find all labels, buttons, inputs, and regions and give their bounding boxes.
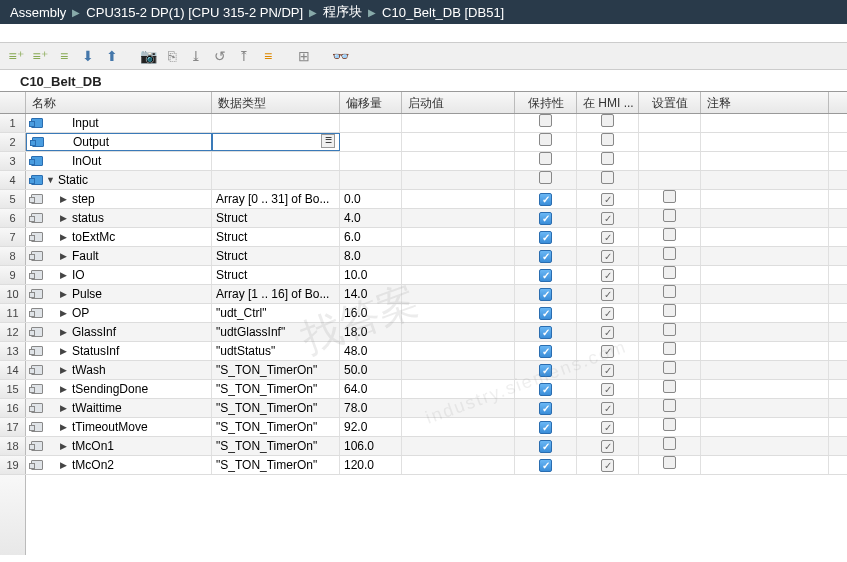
cell-setval[interactable] [639,266,701,284]
cell-start[interactable] [402,209,515,227]
checkbox[interactable] [601,250,614,263]
cell-retain[interactable] [515,209,577,227]
cell-retain[interactable] [515,133,577,151]
cell-setval[interactable] [639,209,701,227]
cell-comment[interactable] [701,266,829,284]
cell-hmi[interactable] [577,323,639,341]
cell-start[interactable] [402,456,515,474]
cell-hmi[interactable] [577,266,639,284]
col-setval[interactable]: 设置值 [639,92,701,113]
cell-hmi[interactable] [577,171,639,189]
cell-setval[interactable] [639,228,701,246]
cell-start[interactable] [402,266,515,284]
table-row[interactable]: 3InOut [0,152,847,171]
cell-type[interactable]: Struct [212,247,340,265]
col-offset[interactable]: 偏移量 [340,92,402,113]
row-number[interactable]: 14 [0,361,26,379]
dropdown-icon[interactable]: ☰ [321,134,335,148]
table-row[interactable]: 7▶toExtMcStruct6.0 [0,228,847,247]
cell-comment[interactable] [701,171,829,189]
cell-name[interactable]: ▶OP [26,304,212,322]
cell-hmi[interactable] [577,247,639,265]
cell-type[interactable]: Struct [212,228,340,246]
checkbox[interactable] [539,440,552,453]
row-number[interactable]: 9 [0,266,26,284]
checkbox[interactable] [601,269,614,282]
expand-icon[interactable]: ⊞ [294,46,314,66]
checkbox[interactable] [539,364,552,377]
checkbox[interactable] [601,459,614,472]
checkbox[interactable] [663,418,676,431]
expand-icon[interactable]: ▶ [60,228,70,246]
cell-comment[interactable] [701,418,829,436]
row-number[interactable]: 17 [0,418,26,436]
cell-start[interactable] [402,323,515,341]
expand-icon[interactable]: ▶ [60,247,70,265]
cell-comment[interactable] [701,342,829,360]
cell-hmi[interactable] [577,209,639,227]
cell-start[interactable] [402,361,515,379]
cell-retain[interactable] [515,304,577,322]
checkbox[interactable] [539,152,552,165]
checkbox[interactable] [601,307,614,320]
checkbox[interactable] [663,190,676,203]
cell-start[interactable] [402,285,515,303]
checkbox[interactable] [663,380,676,393]
row-number[interactable]: 16 [0,399,26,417]
cell-hmi[interactable] [577,190,639,208]
cell-hmi[interactable] [577,114,639,132]
cell-retain[interactable] [515,437,577,455]
cell-name[interactable]: ▶toExtMc [26,228,212,246]
row-number[interactable]: 12 [0,323,26,341]
breadcrumb-item[interactable]: 程序块 [323,3,362,21]
checkbox[interactable] [601,231,614,244]
table-row[interactable]: 8▶FaultStruct8.0 [0,247,847,266]
cell-type[interactable]: "S_TON_TimerOn" [212,399,340,417]
table-row[interactable]: 16▶tWaittime"S_TON_TimerOn"78.0 [0,399,847,418]
cell-type[interactable] [212,171,340,189]
cell-type[interactable]: ☰ [212,133,340,151]
cell-comment[interactable] [701,209,829,227]
table-row[interactable]: 18▶tMcOn1"S_TON_TimerOn"106.0 [0,437,847,456]
checkbox[interactable] [539,307,552,320]
checkbox[interactable] [539,269,552,282]
checkbox[interactable] [663,285,676,298]
cell-offset[interactable] [340,114,402,132]
checkbox[interactable] [601,133,614,146]
row-number[interactable]: 7 [0,228,26,246]
checkbox[interactable] [539,345,552,358]
cell-offset[interactable]: 92.0 [340,418,402,436]
cell-comment[interactable] [701,456,829,474]
col-start[interactable]: 启动值 [402,92,515,113]
cell-comment[interactable] [701,285,829,303]
cell-hmi[interactable] [577,304,639,322]
checkbox[interactable] [663,266,676,279]
cell-name[interactable]: ▶tSendingDone [26,380,212,398]
cell-hmi[interactable] [577,342,639,360]
cell-retain[interactable] [515,399,577,417]
checkbox[interactable] [601,364,614,377]
expand-icon[interactable]: ▶ [60,342,70,360]
row-number[interactable]: 3 [0,152,26,170]
cell-hmi[interactable] [577,228,639,246]
cell-comment[interactable] [701,228,829,246]
collapse-icon[interactable]: ▼ [46,171,56,189]
expand-icon[interactable]: ▶ [60,304,70,322]
breadcrumb-item[interactable]: CPU315-2 DP(1) [CPU 315-2 PN/DP] [86,5,303,20]
cell-setval[interactable] [639,361,701,379]
cell-setval[interactable] [639,437,701,455]
cell-start[interactable] [402,380,515,398]
cell-offset[interactable] [340,133,402,151]
row-number[interactable]: 15 [0,380,26,398]
cell-start[interactable] [402,190,515,208]
cell-hmi[interactable] [577,285,639,303]
checkbox[interactable] [601,171,614,184]
cell-start[interactable] [402,114,515,132]
checkbox[interactable] [601,326,614,339]
cell-setval[interactable] [639,114,701,132]
cell-setval[interactable] [639,190,701,208]
cell-setval[interactable] [639,133,701,151]
checkbox[interactable] [539,459,552,472]
monitor-icon[interactable]: 👓 [330,46,350,66]
cell-retain[interactable] [515,285,577,303]
